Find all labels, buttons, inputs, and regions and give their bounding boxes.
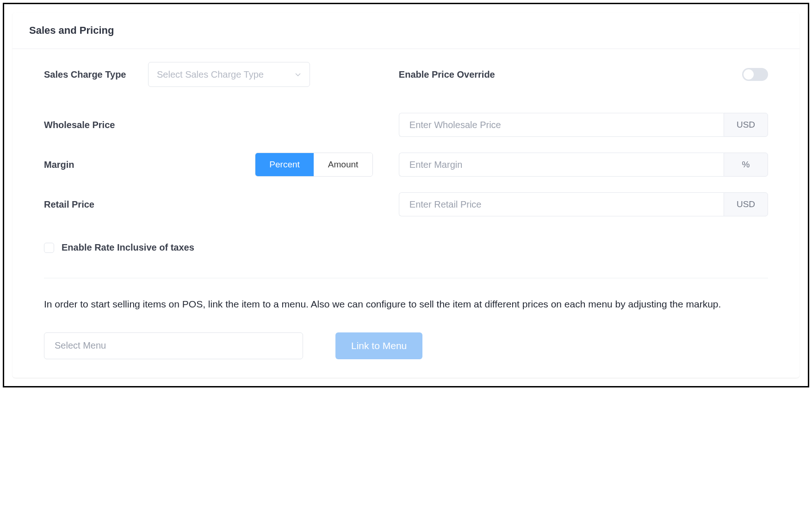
sales-charge-type-label: Sales Charge Type — [44, 69, 148, 80]
row-wholesale-price: Wholesale Price USD — [44, 113, 768, 137]
retail-price-suffix: USD — [724, 192, 768, 216]
retail-price-input[interactable] — [399, 192, 724, 216]
enable-price-override-label: Enable Price Override — [399, 69, 742, 80]
margin-suffix: % — [724, 153, 768, 177]
sales-charge-type-group: Sales Charge Type Select Sales Charge Ty… — [44, 62, 399, 87]
retail-price-label-col: Retail Price — [44, 199, 399, 210]
rate-inclusive-label: Enable Rate Inclusive of taxes — [62, 242, 194, 253]
margin-label: Margin — [44, 160, 113, 170]
page-frame: Sales and Pricing Sales Charge Type Sele… — [3, 3, 809, 387]
enable-price-override-toggle[interactable] — [742, 68, 768, 81]
wholesale-price-input-col: USD — [399, 113, 768, 137]
chevron-down-icon — [295, 71, 301, 78]
divider — [44, 278, 768, 278]
margin-percent-button[interactable]: Percent — [255, 153, 314, 176]
row-sales-charge-override: Sales Charge Type Select Sales Charge Ty… — [44, 62, 768, 87]
margin-amount-button[interactable]: Amount — [314, 153, 372, 176]
enable-price-override-group: Enable Price Override — [399, 68, 768, 81]
wholesale-price-suffix: USD — [724, 113, 768, 137]
margin-input[interactable] — [399, 153, 724, 177]
section-title: Sales and Pricing — [29, 25, 783, 37]
card-header: Sales and Pricing — [12, 12, 800, 49]
sales-pricing-card: Sales and Pricing Sales Charge Type Sele… — [12, 12, 800, 378]
card-body: Sales Charge Type Select Sales Charge Ty… — [12, 49, 800, 378]
retail-price-input-group: USD — [399, 192, 768, 216]
wholesale-price-label: Wholesale Price — [44, 120, 148, 130]
menu-select-placeholder: Select Menu — [55, 340, 106, 351]
row-retail-price: Retail Price USD — [44, 192, 768, 216]
margin-label-col: Margin Percent Amount — [44, 153, 399, 177]
sales-charge-type-placeholder: Select Sales Charge Type — [157, 69, 264, 80]
margin-type-segment: Percent Amount — [255, 153, 373, 177]
margin-input-group: % — [399, 153, 768, 177]
margin-input-col: % — [399, 153, 768, 177]
wholesale-price-input[interactable] — [399, 113, 724, 137]
wholesale-price-label-col: Wholesale Price — [44, 120, 399, 130]
retail-price-input-col: USD — [399, 192, 768, 216]
menu-link-help-text: In order to start selling items on POS, … — [44, 297, 768, 312]
retail-price-label: Retail Price — [44, 199, 148, 210]
row-margin: Margin Percent Amount % — [44, 153, 768, 177]
menu-select[interactable]: Select Menu — [44, 332, 303, 359]
rate-inclusive-checkbox[interactable] — [44, 243, 54, 253]
rate-inclusive-row: Enable Rate Inclusive of taxes — [44, 242, 768, 253]
menu-link-row: Select Menu Link to Menu — [44, 332, 768, 359]
wholesale-price-input-group: USD — [399, 113, 768, 137]
sales-charge-type-select[interactable]: Select Sales Charge Type — [148, 62, 310, 87]
link-to-menu-button[interactable]: Link to Menu — [335, 332, 422, 359]
